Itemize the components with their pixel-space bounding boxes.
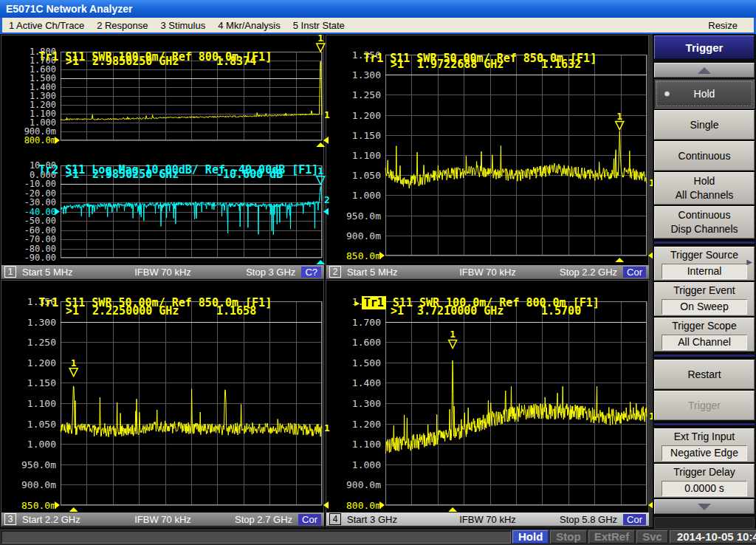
marker-triangle[interactable] xyxy=(616,122,624,130)
window-title: E5071C Network Analyzer xyxy=(6,3,132,15)
softkey-separator xyxy=(654,241,755,244)
y-axis-label: 900.0m xyxy=(329,230,381,240)
marker-readout-ch1-tr2: >12.9850250 GHz-10.600 dB xyxy=(66,168,283,181)
menu-item-response[interactable]: 2 Response xyxy=(93,20,157,31)
softkey-label: Trigger Scope xyxy=(672,319,736,333)
marker-number: 1 xyxy=(317,32,323,44)
marker-select: >1 xyxy=(391,304,417,318)
softkey-value: 0.0000 s xyxy=(662,481,747,496)
marker-value: 1.1658 xyxy=(216,304,256,318)
y-axis-label: 1.300 xyxy=(329,399,381,408)
y-axis-label: 900.0m xyxy=(329,480,381,490)
active-trace-arrow-icon: ▶ xyxy=(354,298,360,308)
trace-label[interactable]: Tr2 xyxy=(38,163,58,176)
submenu-arrow-icon: ▶ xyxy=(746,255,752,269)
channel-stop: Stop 2.7 GHz xyxy=(235,514,292,525)
softkey-continuous-disp-channels[interactable]: Continuous Disp Channels xyxy=(654,206,755,239)
softkey-value: On Sweep xyxy=(662,299,747,315)
trace-plot-svg: 11 xyxy=(61,301,322,505)
y-axis-label: 1.100 xyxy=(329,439,381,449)
softkey-label: Continuous xyxy=(678,149,731,163)
status-svc-indicator: Svc xyxy=(636,530,668,544)
y-axis-label: 1.250 xyxy=(329,90,381,100)
y-axis-label: 1.050 xyxy=(329,171,381,180)
channel-bar-3[interactable]: 3 Start 2.2 GHz IFBW 70 kHz Stop 2.7 GHz… xyxy=(1,513,324,526)
softkey-trigger-scope[interactable]: Trigger Scope All Channel xyxy=(654,318,755,352)
softkey-value: Internal xyxy=(662,264,747,279)
scroll-down-button[interactable] xyxy=(654,499,755,514)
correction-badge: Cor xyxy=(298,514,321,525)
status-stop-indicator: Stop xyxy=(550,530,586,544)
softkey-trigger-event[interactable]: Trigger Event On Sweep xyxy=(654,282,755,316)
instrument-screen: E5071C Network Analyzer 1 Active Ch/Trac… xyxy=(0,0,756,545)
marker-triangle[interactable] xyxy=(69,369,78,377)
chevron-down-icon xyxy=(698,504,711,510)
softkey-restart[interactable]: Restart xyxy=(654,360,755,389)
y-axis-label: 850.0m xyxy=(329,251,381,261)
marker-frequency: 2.9850250 GHz xyxy=(92,55,216,68)
channel-number: 4 xyxy=(329,513,341,525)
scroll-up-button[interactable] xyxy=(654,63,755,78)
softkey-trigger-disabled: Trigger xyxy=(654,391,755,420)
softkey-label: Restart xyxy=(687,368,721,382)
softkey-label-line2: Disp Channels xyxy=(670,222,738,236)
menu-bar: 1 Active Ch/Trace 2 Response 3 Stimulus … xyxy=(2,18,754,32)
softkey-ext-trig-input[interactable]: Ext Trig Input Negative Edge xyxy=(654,428,755,462)
softkey-label: Ext Trig Input xyxy=(674,430,735,444)
y-axis-label: 1.400 xyxy=(329,378,381,388)
y-axis-label: 900.0m xyxy=(4,480,56,490)
channel-stop: Stop 3 GHz xyxy=(246,267,295,278)
channel-bar-2[interactable]: 2 Start 5 MHz IFBW 70 kHz Stop 2.2 GHz C… xyxy=(326,265,649,278)
marker-frequency: 2.2250000 GHz xyxy=(92,304,216,318)
y-axis-label: 800.0m xyxy=(329,501,381,510)
active-trace-label[interactable]: Tr1 xyxy=(362,296,386,309)
channel-bar-4-active[interactable]: 4 Start 3 GHz IFBW 70 kHz Stop 5.8 GHz C… xyxy=(326,513,649,526)
menu-item-stimulus[interactable]: 3 Stimulus xyxy=(157,20,215,31)
softkey-trigger-delay[interactable]: Trigger Delay 0.0000 s xyxy=(654,464,755,498)
correction-badge: C? xyxy=(301,267,321,278)
y-axis-label: 1.150 xyxy=(329,130,381,140)
softkey-label: Trigger Source xyxy=(670,248,738,262)
y-axis-label: 1.200 xyxy=(4,357,56,367)
softkey-single[interactable]: Single xyxy=(654,110,755,140)
softkey-menu-title: Trigger xyxy=(654,35,755,59)
plot-ch3[interactable]: 11 xyxy=(61,301,322,505)
status-hold-indicator: Hold xyxy=(512,530,549,544)
marker-value: 1.5700 xyxy=(541,304,581,318)
y-axis-label: 1.100 xyxy=(4,399,56,408)
status-bar: Hold Stop ExtRef Svc 2014-10-05 10:40 xyxy=(0,529,756,545)
y-axis-label: -80.00 xyxy=(4,244,56,253)
menu-item-active-ch-trace[interactable]: 1 Active Ch/Trace xyxy=(5,20,93,31)
marker-triangle[interactable] xyxy=(449,340,457,348)
softkey-label: Trigger Delay xyxy=(673,465,735,479)
menu-item-mkr-analysis[interactable]: 4 Mkr/Analysis xyxy=(214,20,289,31)
menu-item-resize[interactable]: Resize xyxy=(704,20,746,31)
marker-readout-ch4: >13.7210000 GHz1.5700 xyxy=(391,304,581,318)
correction-badge: Cor xyxy=(623,267,646,278)
status-extref-indicator: ExtRef xyxy=(588,530,636,544)
trace-label[interactable]: Tr1 xyxy=(363,52,383,65)
y-axis-label: 1.000 xyxy=(329,459,381,469)
title-bar: E5071C Network Analyzer xyxy=(0,0,756,18)
y-axis-label: 950.0m xyxy=(4,459,56,469)
marker-readout-ch1-tr1: >12.9850250 GHz1.8374 xyxy=(66,55,256,68)
plot-ch2[interactable]: 11 xyxy=(385,55,647,256)
marker-frequency: 3.7210000 GHz xyxy=(417,304,541,318)
trace-plot-svg: 11 xyxy=(385,55,647,256)
softkey-hold-all-channels[interactable]: Hold All Channels xyxy=(654,172,755,205)
grid-lines xyxy=(385,301,647,506)
plot-ch4[interactable]: 11 xyxy=(385,301,647,505)
softkey-continuous[interactable]: Continuous xyxy=(654,141,755,171)
softkey-trigger-source[interactable]: Trigger Source Internal ▶ xyxy=(654,247,755,281)
correction-badge: Cor xyxy=(623,514,646,525)
menu-item-instr-state[interactable]: 5 Instr State xyxy=(289,20,354,31)
y-axis-label: 1.100 xyxy=(329,151,381,160)
marker-number: 1 xyxy=(317,165,323,176)
softkey-label: Hold xyxy=(694,87,715,101)
trace-label[interactable]: Tr1 xyxy=(38,50,58,64)
marker-value: -10.600 dB xyxy=(216,168,283,181)
channel-bar-1[interactable]: 1 Start 5 MHz IFBW 70 kHz Stop 3 GHz C? xyxy=(1,265,324,278)
trace-label[interactable]: Tr1 xyxy=(38,296,58,309)
softkey-label: Continuous xyxy=(678,208,731,222)
softkey-hold[interactable]: Hold xyxy=(654,79,755,109)
